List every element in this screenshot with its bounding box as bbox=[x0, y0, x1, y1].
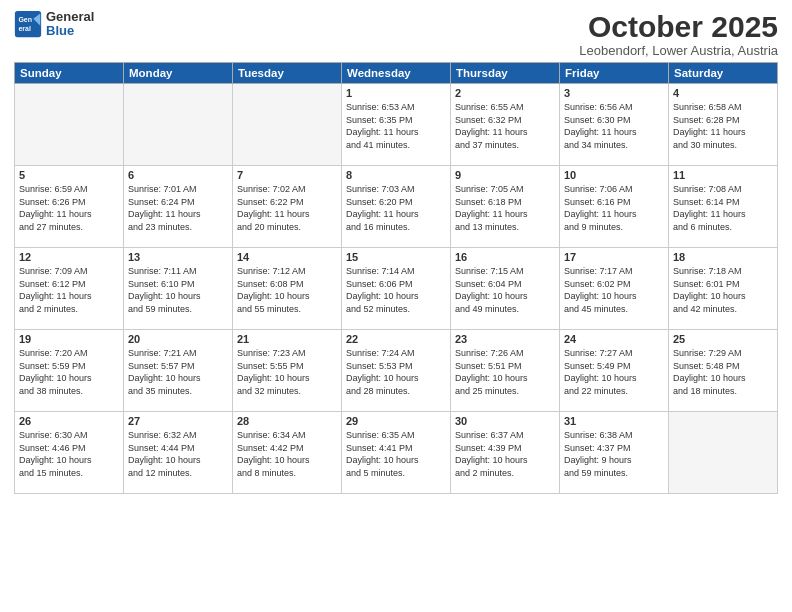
table-row bbox=[233, 84, 342, 166]
header-sunday: Sunday bbox=[15, 63, 124, 84]
table-row: 29Sunrise: 6:35 AM Sunset: 4:41 PM Dayli… bbox=[342, 412, 451, 494]
svg-text:Gen: Gen bbox=[18, 17, 32, 24]
header-monday: Monday bbox=[124, 63, 233, 84]
location-title: Leobendorf, Lower Austria, Austria bbox=[579, 43, 778, 58]
day-info: Sunrise: 6:32 AM Sunset: 4:44 PM Dayligh… bbox=[128, 429, 228, 479]
table-row: 30Sunrise: 6:37 AM Sunset: 4:39 PM Dayli… bbox=[451, 412, 560, 494]
day-number: 17 bbox=[564, 251, 664, 263]
table-row: 16Sunrise: 7:15 AM Sunset: 6:04 PM Dayli… bbox=[451, 248, 560, 330]
day-info: Sunrise: 7:21 AM Sunset: 5:57 PM Dayligh… bbox=[128, 347, 228, 397]
day-info: Sunrise: 7:23 AM Sunset: 5:55 PM Dayligh… bbox=[237, 347, 337, 397]
day-info: Sunrise: 6:55 AM Sunset: 6:32 PM Dayligh… bbox=[455, 101, 555, 151]
day-number: 14 bbox=[237, 251, 337, 263]
day-info: Sunrise: 6:35 AM Sunset: 4:41 PM Dayligh… bbox=[346, 429, 446, 479]
day-info: Sunrise: 7:11 AM Sunset: 6:10 PM Dayligh… bbox=[128, 265, 228, 315]
table-row: 25Sunrise: 7:29 AM Sunset: 5:48 PM Dayli… bbox=[669, 330, 778, 412]
day-info: Sunrise: 7:29 AM Sunset: 5:48 PM Dayligh… bbox=[673, 347, 773, 397]
table-row: 23Sunrise: 7:26 AM Sunset: 5:51 PM Dayli… bbox=[451, 330, 560, 412]
logo-general-text: General bbox=[46, 10, 94, 24]
calendar-week-row: 26Sunrise: 6:30 AM Sunset: 4:46 PM Dayli… bbox=[15, 412, 778, 494]
calendar-week-row: 12Sunrise: 7:09 AM Sunset: 6:12 PM Dayli… bbox=[15, 248, 778, 330]
table-row: 14Sunrise: 7:12 AM Sunset: 6:08 PM Dayli… bbox=[233, 248, 342, 330]
table-row: 10Sunrise: 7:06 AM Sunset: 6:16 PM Dayli… bbox=[560, 166, 669, 248]
table-row: 22Sunrise: 7:24 AM Sunset: 5:53 PM Dayli… bbox=[342, 330, 451, 412]
header-row: Gen eral General Blue October 2025 Leobe… bbox=[14, 10, 778, 58]
svg-text:eral: eral bbox=[18, 25, 31, 32]
logo-text: General Blue bbox=[46, 10, 94, 39]
table-row: 26Sunrise: 6:30 AM Sunset: 4:46 PM Dayli… bbox=[15, 412, 124, 494]
day-info: Sunrise: 7:12 AM Sunset: 6:08 PM Dayligh… bbox=[237, 265, 337, 315]
day-info: Sunrise: 7:06 AM Sunset: 6:16 PM Dayligh… bbox=[564, 183, 664, 233]
day-info: Sunrise: 6:53 AM Sunset: 6:35 PM Dayligh… bbox=[346, 101, 446, 151]
day-info: Sunrise: 7:26 AM Sunset: 5:51 PM Dayligh… bbox=[455, 347, 555, 397]
logo-blue-text: Blue bbox=[46, 24, 94, 38]
day-number: 31 bbox=[564, 415, 664, 427]
day-info: Sunrise: 7:02 AM Sunset: 6:22 PM Dayligh… bbox=[237, 183, 337, 233]
table-row: 8Sunrise: 7:03 AM Sunset: 6:20 PM Daylig… bbox=[342, 166, 451, 248]
table-row: 28Sunrise: 6:34 AM Sunset: 4:42 PM Dayli… bbox=[233, 412, 342, 494]
table-row: 5Sunrise: 6:59 AM Sunset: 6:26 PM Daylig… bbox=[15, 166, 124, 248]
day-number: 16 bbox=[455, 251, 555, 263]
day-number: 26 bbox=[19, 415, 119, 427]
day-number: 11 bbox=[673, 169, 773, 181]
table-row: 24Sunrise: 7:27 AM Sunset: 5:49 PM Dayli… bbox=[560, 330, 669, 412]
header-saturday: Saturday bbox=[669, 63, 778, 84]
logo-icon: Gen eral bbox=[14, 10, 42, 38]
day-info: Sunrise: 6:34 AM Sunset: 4:42 PM Dayligh… bbox=[237, 429, 337, 479]
day-number: 24 bbox=[564, 333, 664, 345]
day-number: 4 bbox=[673, 87, 773, 99]
table-row: 3Sunrise: 6:56 AM Sunset: 6:30 PM Daylig… bbox=[560, 84, 669, 166]
table-row bbox=[669, 412, 778, 494]
table-row: 12Sunrise: 7:09 AM Sunset: 6:12 PM Dayli… bbox=[15, 248, 124, 330]
day-number: 15 bbox=[346, 251, 446, 263]
calendar-week-row: 19Sunrise: 7:20 AM Sunset: 5:59 PM Dayli… bbox=[15, 330, 778, 412]
table-row: 27Sunrise: 6:32 AM Sunset: 4:44 PM Dayli… bbox=[124, 412, 233, 494]
day-info: Sunrise: 7:03 AM Sunset: 6:20 PM Dayligh… bbox=[346, 183, 446, 233]
day-number: 27 bbox=[128, 415, 228, 427]
day-number: 18 bbox=[673, 251, 773, 263]
day-info: Sunrise: 7:20 AM Sunset: 5:59 PM Dayligh… bbox=[19, 347, 119, 397]
table-row: 19Sunrise: 7:20 AM Sunset: 5:59 PM Dayli… bbox=[15, 330, 124, 412]
table-row: 17Sunrise: 7:17 AM Sunset: 6:02 PM Dayli… bbox=[560, 248, 669, 330]
table-row: 13Sunrise: 7:11 AM Sunset: 6:10 PM Dayli… bbox=[124, 248, 233, 330]
day-number: 3 bbox=[564, 87, 664, 99]
day-number: 9 bbox=[455, 169, 555, 181]
day-info: Sunrise: 6:59 AM Sunset: 6:26 PM Dayligh… bbox=[19, 183, 119, 233]
calendar-week-row: 1Sunrise: 6:53 AM Sunset: 6:35 PM Daylig… bbox=[15, 84, 778, 166]
day-info: Sunrise: 7:17 AM Sunset: 6:02 PM Dayligh… bbox=[564, 265, 664, 315]
day-number: 28 bbox=[237, 415, 337, 427]
day-info: Sunrise: 6:38 AM Sunset: 4:37 PM Dayligh… bbox=[564, 429, 664, 479]
day-number: 29 bbox=[346, 415, 446, 427]
day-number: 19 bbox=[19, 333, 119, 345]
logo: Gen eral General Blue bbox=[14, 10, 94, 39]
day-info: Sunrise: 7:15 AM Sunset: 6:04 PM Dayligh… bbox=[455, 265, 555, 315]
table-row: 2Sunrise: 6:55 AM Sunset: 6:32 PM Daylig… bbox=[451, 84, 560, 166]
table-row bbox=[124, 84, 233, 166]
day-info: Sunrise: 7:24 AM Sunset: 5:53 PM Dayligh… bbox=[346, 347, 446, 397]
header-friday: Friday bbox=[560, 63, 669, 84]
day-number: 2 bbox=[455, 87, 555, 99]
day-info: Sunrise: 7:18 AM Sunset: 6:01 PM Dayligh… bbox=[673, 265, 773, 315]
day-number: 7 bbox=[237, 169, 337, 181]
table-row: 15Sunrise: 7:14 AM Sunset: 6:06 PM Dayli… bbox=[342, 248, 451, 330]
day-number: 23 bbox=[455, 333, 555, 345]
day-info: Sunrise: 6:30 AM Sunset: 4:46 PM Dayligh… bbox=[19, 429, 119, 479]
table-row: 18Sunrise: 7:18 AM Sunset: 6:01 PM Dayli… bbox=[669, 248, 778, 330]
day-info: Sunrise: 7:27 AM Sunset: 5:49 PM Dayligh… bbox=[564, 347, 664, 397]
day-info: Sunrise: 6:37 AM Sunset: 4:39 PM Dayligh… bbox=[455, 429, 555, 479]
day-number: 20 bbox=[128, 333, 228, 345]
page-container: Gen eral General Blue October 2025 Leobe… bbox=[0, 0, 792, 500]
day-number: 21 bbox=[237, 333, 337, 345]
day-info: Sunrise: 7:14 AM Sunset: 6:06 PM Dayligh… bbox=[346, 265, 446, 315]
table-row: 7Sunrise: 7:02 AM Sunset: 6:22 PM Daylig… bbox=[233, 166, 342, 248]
day-number: 10 bbox=[564, 169, 664, 181]
table-row: 6Sunrise: 7:01 AM Sunset: 6:24 PM Daylig… bbox=[124, 166, 233, 248]
header-thursday: Thursday bbox=[451, 63, 560, 84]
day-number: 13 bbox=[128, 251, 228, 263]
day-number: 30 bbox=[455, 415, 555, 427]
table-row: 21Sunrise: 7:23 AM Sunset: 5:55 PM Dayli… bbox=[233, 330, 342, 412]
header-wednesday: Wednesday bbox=[342, 63, 451, 84]
day-info: Sunrise: 7:08 AM Sunset: 6:14 PM Dayligh… bbox=[673, 183, 773, 233]
day-number: 8 bbox=[346, 169, 446, 181]
table-row bbox=[15, 84, 124, 166]
